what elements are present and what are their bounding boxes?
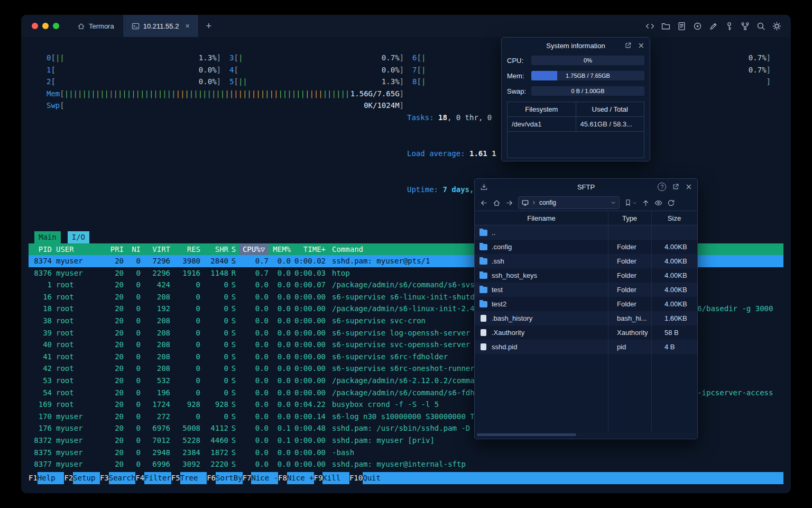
title-toolbar <box>645 15 791 37</box>
close-panel-icon[interactable]: × <box>638 42 644 50</box>
fkey-button[interactable]: F2Setup <box>64 472 99 484</box>
home-icon[interactable] <box>493 199 501 207</box>
fkey-button[interactable]: F3Search <box>100 472 135 484</box>
help-icon[interactable]: ? <box>658 183 666 191</box>
key-icon[interactable] <box>725 22 734 31</box>
minimize-window-button[interactable] <box>42 23 49 29</box>
process-row[interactable]: 8375 myuser 20 0 2948 2384 1872 S 0.0 0.… <box>29 447 783 459</box>
col-user[interactable]: USER <box>56 243 99 256</box>
htop-view-tab[interactable]: I/O <box>68 231 89 243</box>
file-type-icon <box>481 329 486 336</box>
code-icon[interactable] <box>645 22 654 31</box>
back-icon[interactable] <box>480 199 488 207</box>
horizontal-scrollbar[interactable] <box>476 432 696 437</box>
path-dropdown-icon[interactable] <box>611 200 616 205</box>
file-row[interactable]: .config Folder 4.00KB <box>475 240 697 254</box>
swap-usage-bar: 0 B / 1.00GB <box>531 86 644 96</box>
tab-session[interactable]: 10.211.55.2 × <box>123 15 199 37</box>
file-type-icon <box>479 287 487 293</box>
settings-icon[interactable] <box>772 22 781 31</box>
bookmark-icon[interactable] <box>624 199 632 206</box>
col-shr[interactable]: SHR <box>200 243 228 256</box>
fkey-button[interactable]: F4Filter <box>135 472 171 484</box>
search-icon[interactable] <box>756 22 765 31</box>
edit-icon[interactable] <box>709 22 718 31</box>
zoom-window-button[interactable] <box>53 23 59 29</box>
col-time[interactable]: TIME+ <box>291 243 326 256</box>
cpu-meters: 0[||1.3%] 3[|0.7%] 6[|0.7%] 1[0.0%] 4[0.… <box>47 52 771 88</box>
mem-usage-bar: 1.75GB / 7.65GB <box>531 71 644 80</box>
fkey-button[interactable]: F8Nice + <box>278 472 313 484</box>
file-row[interactable]: .. <box>475 225 697 240</box>
open-in-window-icon[interactable] <box>624 42 632 49</box>
record-icon[interactable] <box>693 22 702 31</box>
forward-icon[interactable] <box>505 199 513 207</box>
fkey-button[interactable]: F1Help <box>29 472 64 484</box>
col-state[interactable]: S <box>228 243 239 256</box>
path-breadcrumb[interactable]: config <box>518 196 620 209</box>
col-cpu-sort[interactable]: CPU%▽ <box>239 243 269 256</box>
cpu-usage-bar: 0% <box>531 56 644 65</box>
col-mem[interactable]: MEM% <box>269 243 291 256</box>
htop-view-tab[interactable]: Main <box>34 231 61 243</box>
transfers-icon[interactable] <box>480 183 488 191</box>
file-row[interactable]: test2 Folder 4.00KB <box>475 297 697 311</box>
swap-meter: Swp[0K/1024M] <box>47 99 404 112</box>
fkey-button[interactable]: F5Tree <box>171 472 207 484</box>
folder-icon[interactable] <box>661 22 670 31</box>
sftp-toolbar: config <box>475 195 697 211</box>
file-row[interactable]: .ssh Folder 4.00KB <box>475 254 697 268</box>
file-list: .. .config Folder 4.00KB .ssh Folder 4.0 <box>475 225 697 354</box>
open-in-window-icon[interactable] <box>672 183 679 190</box>
bookmark-dropdown-icon[interactable] <box>632 201 637 205</box>
col-size[interactable]: Size <box>651 211 697 225</box>
tab-termora-home[interactable]: Termora <box>69 15 123 37</box>
file-type-icon <box>479 258 487 265</box>
file-row[interactable]: ssh_host_keys Folder 4.00KB <box>475 268 697 283</box>
fork-icon[interactable] <box>741 22 750 31</box>
fs-col-used: Used / Total <box>576 102 644 116</box>
new-tab-button[interactable]: + <box>199 15 219 37</box>
col-ni[interactable]: NI <box>124 243 141 256</box>
col-res[interactable]: RES <box>170 243 200 256</box>
cpu-meter: 5[||1.3%] <box>229 76 404 88</box>
cpu-meter: 3[|0.7%] <box>229 52 404 64</box>
mem-usage-row: Mem: 1.75GB / 7.65GB <box>507 71 644 80</box>
log-icon[interactable] <box>677 22 686 31</box>
close-tab-icon[interactable]: × <box>185 22 189 30</box>
fkey-button[interactable]: F7Nice - <box>243 472 278 484</box>
file-row[interactable]: sshd.pid pid 4 B <box>475 340 697 354</box>
home-tab-label: Termora <box>89 22 114 30</box>
sort-arrow-icon: ▽ <box>261 245 265 253</box>
file-type-icon <box>481 343 486 350</box>
fkey-button[interactable]: F6SortBy <box>207 472 242 484</box>
col-pid[interactable]: PID <box>29 243 52 256</box>
col-virt[interactable]: VIRT <box>141 243 170 256</box>
close-window-button[interactable] <box>32 23 38 29</box>
scrollbar-thumb[interactable] <box>477 433 576 436</box>
refresh-icon[interactable] <box>667 199 675 207</box>
tasks-line: Tasks: 18, 0 thr, 0 <box>407 112 496 124</box>
parent-directory-icon[interactable] <box>642 199 650 207</box>
col-type[interactable]: Type <box>608 211 651 225</box>
fkey-button[interactable]: F9Kill <box>314 472 349 484</box>
file-row[interactable]: .bash_history bash_hi... 1.60KB <box>475 311 697 325</box>
computer-icon <box>522 199 529 206</box>
cpu-meter: 2[0.0%] <box>47 76 221 88</box>
app-window: Termora 10.211.55.2 × + 0[||1.3%] <box>21 15 791 493</box>
file-type-icon <box>479 273 487 279</box>
swap-usage-row: Swap: 0 B / 1.00GB <box>507 86 644 96</box>
col-filename[interactable]: Filename <box>475 211 608 225</box>
file-row[interactable]: test Folder 4.00KB <box>475 283 697 297</box>
file-type-icon <box>479 301 487 307</box>
function-key-bar: F1Help F2Setup F3Search F4Filter F5Tree … <box>29 472 783 484</box>
breadcrumb-chevron-icon <box>531 200 537 205</box>
fkey-button[interactable]: F10Quit <box>349 472 390 484</box>
col-pri[interactable]: PRI <box>99 243 124 256</box>
show-hidden-eye-icon[interactable] <box>654 199 662 207</box>
process-row[interactable]: 8377 myuser 20 0 6996 3092 2220 S 0.0 0.… <box>29 458 783 470</box>
close-panel-icon[interactable]: × <box>685 183 692 191</box>
terminal-icon <box>132 22 140 30</box>
file-row[interactable]: .Xauthority Xauthority 58 B <box>475 325 697 340</box>
session-tab-label: 10.211.55.2 <box>143 22 179 30</box>
